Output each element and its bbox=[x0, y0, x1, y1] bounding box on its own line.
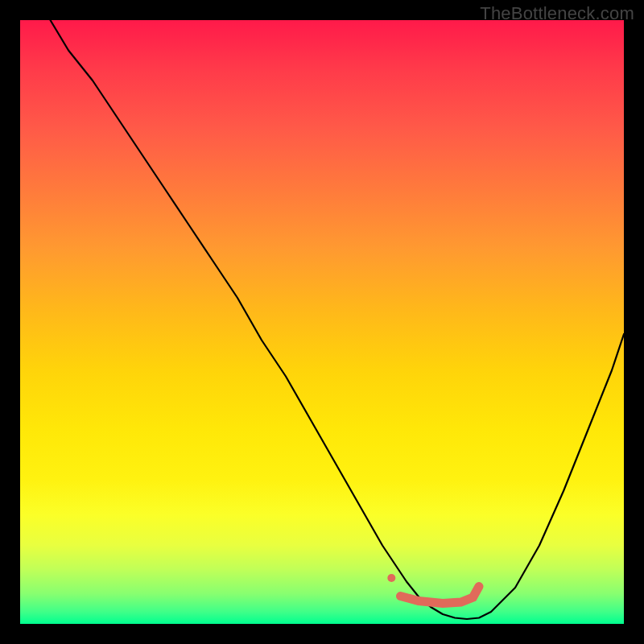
highlight-dot bbox=[387, 574, 395, 582]
chart-container: TheBottleneck.com bbox=[0, 0, 644, 644]
svg-point-0 bbox=[387, 574, 395, 582]
bottleneck-curve bbox=[51, 20, 625, 619]
plot-overlay bbox=[20, 20, 624, 624]
watermark-text: TheBottleneck.com bbox=[480, 3, 634, 24]
